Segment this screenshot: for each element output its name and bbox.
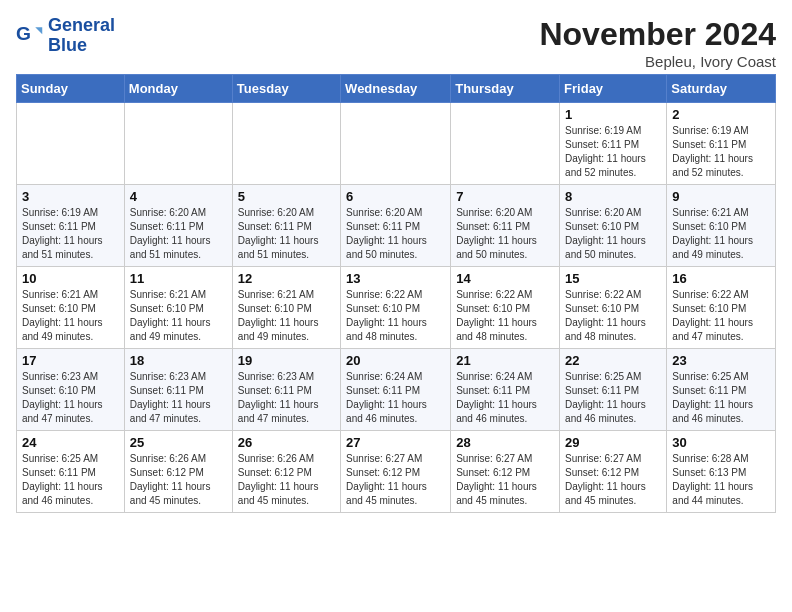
day-number: 6 [346, 189, 445, 204]
weekday-header-tuesday: Tuesday [232, 75, 340, 103]
calendar-week-2: 10Sunrise: 6:21 AM Sunset: 6:10 PM Dayli… [17, 267, 776, 349]
calendar-cell: 24Sunrise: 6:25 AM Sunset: 6:11 PM Dayli… [17, 431, 125, 513]
calendar-cell: 12Sunrise: 6:21 AM Sunset: 6:10 PM Dayli… [232, 267, 340, 349]
day-info: Sunrise: 6:22 AM Sunset: 6:10 PM Dayligh… [565, 288, 661, 344]
calendar-body: 1Sunrise: 6:19 AM Sunset: 6:11 PM Daylig… [17, 103, 776, 513]
day-number: 30 [672, 435, 770, 450]
calendar-cell: 29Sunrise: 6:27 AM Sunset: 6:12 PM Dayli… [560, 431, 667, 513]
calendar-cell: 23Sunrise: 6:25 AM Sunset: 6:11 PM Dayli… [667, 349, 776, 431]
weekday-header-thursday: Thursday [451, 75, 560, 103]
calendar-cell: 8Sunrise: 6:20 AM Sunset: 6:10 PM Daylig… [560, 185, 667, 267]
day-info: Sunrise: 6:19 AM Sunset: 6:11 PM Dayligh… [672, 124, 770, 180]
day-info: Sunrise: 6:28 AM Sunset: 6:13 PM Dayligh… [672, 452, 770, 508]
day-number: 13 [346, 271, 445, 286]
calendar-cell: 28Sunrise: 6:27 AM Sunset: 6:12 PM Dayli… [451, 431, 560, 513]
calendar-cell: 7Sunrise: 6:20 AM Sunset: 6:11 PM Daylig… [451, 185, 560, 267]
calendar-header-row: SundayMondayTuesdayWednesdayThursdayFrid… [17, 75, 776, 103]
calendar-cell [232, 103, 340, 185]
calendar-week-0: 1Sunrise: 6:19 AM Sunset: 6:11 PM Daylig… [17, 103, 776, 185]
calendar-cell: 1Sunrise: 6:19 AM Sunset: 6:11 PM Daylig… [560, 103, 667, 185]
day-number: 18 [130, 353, 227, 368]
day-number: 21 [456, 353, 554, 368]
day-info: Sunrise: 6:26 AM Sunset: 6:12 PM Dayligh… [130, 452, 227, 508]
calendar-cell: 2Sunrise: 6:19 AM Sunset: 6:11 PM Daylig… [667, 103, 776, 185]
calendar-cell [17, 103, 125, 185]
day-number: 19 [238, 353, 335, 368]
day-number: 5 [238, 189, 335, 204]
day-number: 20 [346, 353, 445, 368]
calendar-cell: 6Sunrise: 6:20 AM Sunset: 6:11 PM Daylig… [341, 185, 451, 267]
day-number: 3 [22, 189, 119, 204]
day-number: 22 [565, 353, 661, 368]
day-number: 15 [565, 271, 661, 286]
calendar-cell: 11Sunrise: 6:21 AM Sunset: 6:10 PM Dayli… [124, 267, 232, 349]
day-number: 8 [565, 189, 661, 204]
day-info: Sunrise: 6:24 AM Sunset: 6:11 PM Dayligh… [346, 370, 445, 426]
day-number: 12 [238, 271, 335, 286]
day-number: 16 [672, 271, 770, 286]
title-block: November 2024 Bepleu, Ivory Coast [539, 16, 776, 70]
day-info: Sunrise: 6:20 AM Sunset: 6:11 PM Dayligh… [130, 206, 227, 262]
logo-text: General Blue [48, 16, 115, 56]
day-info: Sunrise: 6:20 AM Sunset: 6:11 PM Dayligh… [238, 206, 335, 262]
day-info: Sunrise: 6:22 AM Sunset: 6:10 PM Dayligh… [456, 288, 554, 344]
day-number: 14 [456, 271, 554, 286]
day-info: Sunrise: 6:26 AM Sunset: 6:12 PM Dayligh… [238, 452, 335, 508]
day-info: Sunrise: 6:22 AM Sunset: 6:10 PM Dayligh… [346, 288, 445, 344]
day-number: 25 [130, 435, 227, 450]
day-number: 9 [672, 189, 770, 204]
day-number: 1 [565, 107, 661, 122]
page-header: G General Blue November 2024 Bepleu, Ivo… [16, 16, 776, 70]
calendar-table: SundayMondayTuesdayWednesdayThursdayFrid… [16, 74, 776, 513]
weekday-header-saturday: Saturday [667, 75, 776, 103]
calendar-cell: 20Sunrise: 6:24 AM Sunset: 6:11 PM Dayli… [341, 349, 451, 431]
day-info: Sunrise: 6:25 AM Sunset: 6:11 PM Dayligh… [565, 370, 661, 426]
calendar-cell: 15Sunrise: 6:22 AM Sunset: 6:10 PM Dayli… [560, 267, 667, 349]
day-number: 4 [130, 189, 227, 204]
day-info: Sunrise: 6:21 AM Sunset: 6:10 PM Dayligh… [238, 288, 335, 344]
day-info: Sunrise: 6:23 AM Sunset: 6:11 PM Dayligh… [130, 370, 227, 426]
calendar-cell: 9Sunrise: 6:21 AM Sunset: 6:10 PM Daylig… [667, 185, 776, 267]
day-number: 2 [672, 107, 770, 122]
day-number: 27 [346, 435, 445, 450]
calendar-cell: 30Sunrise: 6:28 AM Sunset: 6:13 PM Dayli… [667, 431, 776, 513]
day-info: Sunrise: 6:24 AM Sunset: 6:11 PM Dayligh… [456, 370, 554, 426]
calendar-cell: 27Sunrise: 6:27 AM Sunset: 6:12 PM Dayli… [341, 431, 451, 513]
logo: G General Blue [16, 16, 115, 56]
svg-marker-1 [35, 27, 42, 34]
day-number: 23 [672, 353, 770, 368]
calendar-cell: 5Sunrise: 6:20 AM Sunset: 6:11 PM Daylig… [232, 185, 340, 267]
calendar-cell: 18Sunrise: 6:23 AM Sunset: 6:11 PM Dayli… [124, 349, 232, 431]
day-number: 29 [565, 435, 661, 450]
day-number: 28 [456, 435, 554, 450]
calendar-week-3: 17Sunrise: 6:23 AM Sunset: 6:10 PM Dayli… [17, 349, 776, 431]
weekday-header-friday: Friday [560, 75, 667, 103]
day-number: 10 [22, 271, 119, 286]
day-info: Sunrise: 6:21 AM Sunset: 6:10 PM Dayligh… [22, 288, 119, 344]
calendar-cell: 17Sunrise: 6:23 AM Sunset: 6:10 PM Dayli… [17, 349, 125, 431]
day-info: Sunrise: 6:23 AM Sunset: 6:11 PM Dayligh… [238, 370, 335, 426]
calendar-week-4: 24Sunrise: 6:25 AM Sunset: 6:11 PM Dayli… [17, 431, 776, 513]
day-info: Sunrise: 6:21 AM Sunset: 6:10 PM Dayligh… [672, 206, 770, 262]
day-info: Sunrise: 6:27 AM Sunset: 6:12 PM Dayligh… [565, 452, 661, 508]
day-info: Sunrise: 6:25 AM Sunset: 6:11 PM Dayligh… [22, 452, 119, 508]
weekday-header-sunday: Sunday [17, 75, 125, 103]
day-number: 11 [130, 271, 227, 286]
calendar-cell: 4Sunrise: 6:20 AM Sunset: 6:11 PM Daylig… [124, 185, 232, 267]
calendar-cell: 21Sunrise: 6:24 AM Sunset: 6:11 PM Dayli… [451, 349, 560, 431]
calendar-cell: 25Sunrise: 6:26 AM Sunset: 6:12 PM Dayli… [124, 431, 232, 513]
calendar-cell: 22Sunrise: 6:25 AM Sunset: 6:11 PM Dayli… [560, 349, 667, 431]
month-title: November 2024 [539, 16, 776, 53]
calendar-week-1: 3Sunrise: 6:19 AM Sunset: 6:11 PM Daylig… [17, 185, 776, 267]
svg-text:G: G [16, 22, 31, 43]
day-info: Sunrise: 6:22 AM Sunset: 6:10 PM Dayligh… [672, 288, 770, 344]
day-number: 17 [22, 353, 119, 368]
day-info: Sunrise: 6:23 AM Sunset: 6:10 PM Dayligh… [22, 370, 119, 426]
calendar-cell: 19Sunrise: 6:23 AM Sunset: 6:11 PM Dayli… [232, 349, 340, 431]
calendar-cell [341, 103, 451, 185]
day-info: Sunrise: 6:19 AM Sunset: 6:11 PM Dayligh… [22, 206, 119, 262]
day-info: Sunrise: 6:19 AM Sunset: 6:11 PM Dayligh… [565, 124, 661, 180]
day-number: 7 [456, 189, 554, 204]
calendar-cell: 16Sunrise: 6:22 AM Sunset: 6:10 PM Dayli… [667, 267, 776, 349]
day-info: Sunrise: 6:20 AM Sunset: 6:11 PM Dayligh… [346, 206, 445, 262]
